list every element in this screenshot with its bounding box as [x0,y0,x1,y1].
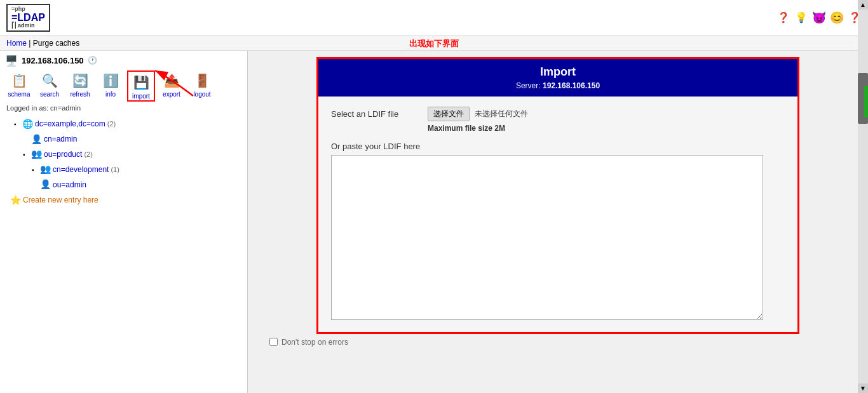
tree-expander: ▪ [14,119,20,130]
info-label: info [105,91,116,98]
import-header: Import Server: 192.168.106.150 [318,59,797,97]
logout-button[interactable]: 🚪 logout [188,70,216,98]
max-file-size: Maximum file size 2M [428,124,528,133]
ldif-textarea[interactable] [331,155,763,320]
server-info: 🖥️ 192.168.106.150 🕐 [3,55,245,67]
main-layout: 🖥️ 192.168.106.150 🕐 📋 schema 🔍 search 🔄… [0,51,868,393]
flame-icon[interactable]: 😈 [812,11,826,25]
import-icon: 💾 [131,72,151,93]
ou-product-expander: ▪ [23,149,29,160]
cn-dev-count: (1) [111,164,119,176]
file-select-row: Select an LDIF file 选择文件 未选择任何文件 Maximum… [331,107,785,133]
logged-in-text: Logged in as: cn=admin [3,104,245,112]
import-body: Select an LDIF file 选择文件 未选择任何文件 Maximum… [318,97,797,332]
import-server-name: 192.168.106.150 [543,81,600,90]
schema-icon: 📋 [9,70,29,91]
clock-icon: 🕐 [88,56,97,65]
content-area: Import Server: 192.168.106.150 Select an… [248,51,868,393]
ou-admin-icon: 👤 [40,177,51,192]
toolbar: 📋 schema 🔍 search 🔄 refresh ℹ️ info 💾 im [3,70,245,102]
cn-admin-icon: 👤 [31,132,42,147]
dont-stop-label: Don't stop on errors [281,338,348,347]
help-icon[interactable]: ❓ [776,11,790,25]
scrollbar: ▲ ▼ [858,0,868,393]
breadcrumb-current: Purge caches [33,39,79,48]
scroll-down-arrow[interactable]: ▼ [858,383,868,393]
file-controls: 选择文件 未选择任何文件 Maximum file size 2M [428,107,528,133]
cn-admin-item[interactable]: 👤 cn=admin [23,132,245,147]
home-link[interactable]: Home [6,39,27,48]
sidebar: 🖥️ 192.168.106.150 🕐 📋 schema 🔍 search 🔄… [0,51,248,393]
cn-dev-item[interactable]: ▪ 👥 cn=development (1) [32,162,245,177]
no-file-selected: 未选择任何文件 [475,109,528,119]
scroll-thumb-green [864,86,868,117]
star-icon: ⭐ [10,195,21,205]
app-header: =php =LDAP ⎡⎢admin ❓ 💡 😈 😊 ❓ [0,0,868,36]
refresh-label: refresh [70,91,90,98]
dont-stop-checkbox[interactable] [269,338,278,346]
paste-label: Or paste your LDIF here [331,142,785,151]
refresh-button[interactable]: 🔄 refresh [66,70,94,98]
schema-button[interactable]: 📋 schema [5,70,33,98]
ou-admin-link[interactable]: ou=admin [53,178,86,191]
directory-tree: ▪ 🌐 dc=example,dc=com (2) 👤 cn=admin [3,117,245,205]
select-ldif-label: Select an LDIF file [331,107,420,119]
schema-label: schema [8,91,30,98]
dc-count: (2) [107,118,116,130]
import-server-info: Server: 192.168.106.150 [325,81,791,90]
scroll-up-arrow[interactable]: ▲ [858,0,868,10]
import-label: import [132,93,150,100]
logo-box: =php =LDAP ⎡⎢admin [6,4,50,32]
logo-ldap-text: =LDAP [11,13,45,23]
create-new-entry[interactable]: ⭐ Create new entry here [5,195,245,205]
tree-cn-development: ▪ 👥 cn=development (1) [32,162,245,177]
tutorial-note: 出现如下界面 [409,36,459,51]
ou-product-item[interactable]: ▪ 👥 ou=product (2) [23,147,245,162]
search-button[interactable]: 🔍 search [36,70,64,98]
search-label: search [40,91,59,98]
refresh-icon: 🔄 [70,70,90,91]
ou-admin-item[interactable]: 👤 ou=admin [32,177,245,192]
info-icon: ℹ️ [100,70,121,91]
dont-stop-row: Don't stop on errors [257,334,859,350]
paste-ldif-section: Or paste your LDIF here [331,142,785,322]
export-icon: 📤 [161,70,182,91]
cn-dev-link[interactable]: cn=development [53,163,109,176]
ou-product-icon: 👥 [31,147,42,162]
import-panel: Import Server: 192.168.106.150 Select an… [316,57,799,334]
logout-icon: 🚪 [192,70,212,91]
dc-link[interactable]: dc=example,dc=com [35,117,105,130]
dc-icon: 🌐 [22,117,33,132]
header-icons: ❓ 💡 😈 😊 ❓ [776,11,862,25]
ou-product-link[interactable]: ou=product [44,148,82,161]
search-icon: 🔍 [39,70,60,91]
cn-dev-expander: ▪ [32,164,38,175]
server-icon: 🖥️ [5,55,18,67]
import-button[interactable]: 💾 import [127,70,155,102]
bulb-icon[interactable]: 💡 [794,11,808,25]
import-server-label: Server: [516,81,541,90]
import-title: Import [325,65,791,79]
tree-cn-admin: 👤 cn=admin [23,132,245,147]
smile-icon[interactable]: 😊 [830,11,844,25]
create-new-link[interactable]: Create new entry here [23,196,98,204]
file-input-row: 选择文件 未选择任何文件 [428,107,528,121]
tree-ou-product: ▪ 👥 ou=product (2) ▪ 👥 c [23,147,245,192]
server-ip: 192.168.106.150 [22,56,84,65]
choose-file-button[interactable]: 选择文件 [428,107,470,121]
info-button[interactable]: ℹ️ info [97,70,125,98]
cn-dev-icon: 👥 [40,162,51,177]
export-label: export [163,91,180,98]
tree-root[interactable]: ▪ 🌐 dc=example,dc=com (2) [14,117,245,132]
logout-label: logout [193,91,210,98]
tree-ou-admin: 👤 ou=admin [32,177,245,192]
export-button[interactable]: 📤 export [158,70,186,98]
ou-product-count: (2) [84,149,92,161]
logo-admin-text: ⎡⎢admin [11,23,45,29]
cn-admin-link[interactable]: cn=admin [44,133,77,145]
tree-root-item: ▪ 🌐 dc=example,dc=com (2) 👤 cn=admin [14,117,245,192]
breadcrumb: Home | Purge caches 出现如下界面 [0,36,868,51]
logo: =php =LDAP ⎡⎢admin [6,4,50,32]
scroll-track [858,10,868,383]
